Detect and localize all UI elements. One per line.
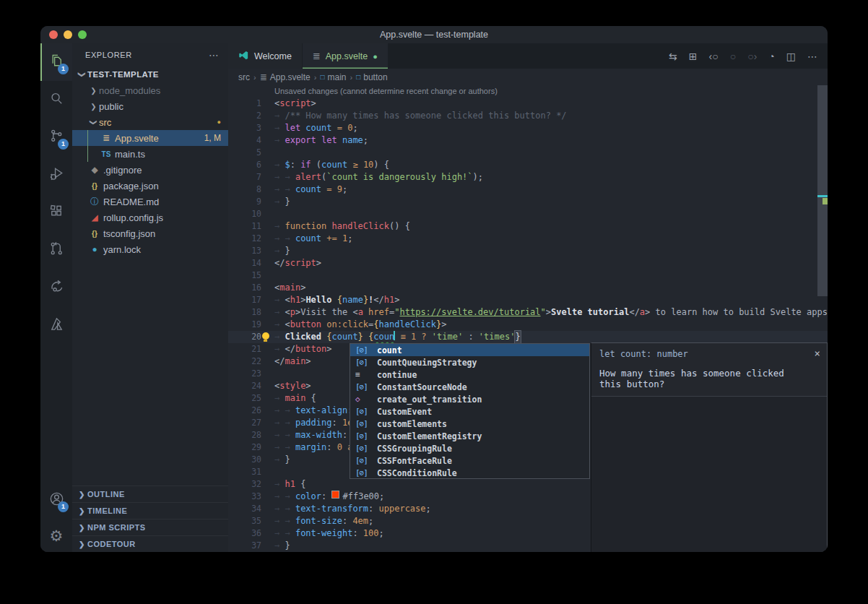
symbol-variable-icon: [⊘] <box>355 444 373 453</box>
sidebar-item-source-control[interactable]: 1 <box>40 118 72 156</box>
tab-app-svelte[interactable]: ≣ App.svelte ● <box>303 43 388 69</box>
line-number: 4 <box>228 134 274 147</box>
nav-current-icon[interactable]: ○ <box>730 51 736 62</box>
account-button[interactable]: 1 <box>40 481 72 519</box>
editor-scrollbar[interactable] <box>817 85 828 552</box>
suggest-item-countqueuingstrategy[interactable]: [⊘]CountQueuingStrategy <box>350 356 589 368</box>
tree-item--gitignore[interactable]: ◆.gitignore <box>72 162 228 178</box>
tab-welcome[interactable]: Welcome <box>228 43 303 69</box>
panel-outline[interactable]: ❯OUTLINE <box>72 486 228 502</box>
open-preview-icon[interactable]: ⊞ <box>689 51 698 62</box>
settings-button[interactable]: ⚙ <box>40 519 72 552</box>
line-number: 16 <box>228 282 274 294</box>
code-line: 5 <box>228 147 828 159</box>
explorer-title: EXPLORER <box>85 51 132 59</box>
suggest-item-label: CustomElementRegistry <box>377 431 482 441</box>
tree-item-node-modules[interactable]: ❯node_modules <box>72 82 228 98</box>
line-number: 36 <box>228 527 274 540</box>
breadcrumb-item-src[interactable]: src <box>238 72 250 82</box>
code-line: 18→ <p>Visit the <a href="https://svelte… <box>228 306 828 319</box>
sidebar-item-live-share[interactable] <box>40 269 72 306</box>
line-number: 7 <box>228 171 274 184</box>
sidebar-item-search[interactable] <box>40 81 72 118</box>
file-type-icon: ⓘ <box>88 196 101 208</box>
sidebar-item-github-pr[interactable] <box>40 231 72 269</box>
split-editor-icon[interactable]: ◫ <box>786 51 796 62</box>
panel-codetour[interactable]: ❯CODETOUR <box>72 535 228 552</box>
tree-item-yarn-lock[interactable]: ●yarn.lock <box>72 241 228 257</box>
tree-item-tsconfig-json[interactable]: {}tsconfig.json <box>72 225 228 241</box>
suggest-item-label: CSSGroupingRule <box>377 444 452 454</box>
svelte-file-icon: ≣ <box>260 72 267 82</box>
tree-item-main-ts[interactable]: TSmain.ts <box>72 146 228 162</box>
azure-icon <box>48 316 65 335</box>
suggest-item-customelementregistry[interactable]: [⊘]CustomElementRegistry <box>350 430 589 442</box>
nav-forward-icon[interactable]: ○› <box>747 51 757 62</box>
suggest-item-label: ConstantSourceNode <box>377 382 467 392</box>
symbol-icon: □ <box>320 73 324 81</box>
line-number: 1 <box>228 98 274 110</box>
breadcrumb-label: button <box>363 72 387 82</box>
suggest-item-cssgroupingrule[interactable]: [⊘]CSSGroupingRule <box>350 442 589 454</box>
breadcrumb-item-main[interactable]: □main <box>320 72 346 82</box>
breadcrumb-label: src <box>238 72 250 82</box>
line-number: 9 <box>228 196 274 208</box>
suggest-item-cssconditionrule[interactable]: [⊘]CSSConditionRule <box>350 467 589 479</box>
code-line: 6→ $: if (count ≥ 10) { <box>228 159 828 171</box>
tree-item-label: src <box>99 117 111 128</box>
tree-item-package-json[interactable]: {}package.json <box>72 178 228 194</box>
explorer-more-actions-icon[interactable]: ⋯ <box>209 49 220 61</box>
suggest-item-customevent[interactable]: [⊘]CustomEvent <box>350 405 589 418</box>
sidebar-item-explorer[interactable]: 1 <box>40 43 72 81</box>
line-number: 31 <box>228 466 274 478</box>
breadcrumb-separator-icon: › <box>253 73 256 82</box>
breadcrumb-item-button[interactable]: □button <box>356 72 387 82</box>
chevron-right-icon: ❯ <box>88 103 99 111</box>
file-type-icon: ◢ <box>88 212 101 223</box>
scrollbar-handle[interactable] <box>817 85 828 296</box>
tree-item-test-template[interactable]: ❯TEST-TEMPLATE <box>72 66 228 82</box>
lightbulb-icon[interactable] <box>261 332 270 342</box>
tree-item-src[interactable]: ❯src● <box>72 114 228 130</box>
code-line: 11→ function handleClick() { <box>228 220 828 233</box>
code-editor[interactable]: Unsaved changes (cannot determine recent… <box>228 85 828 552</box>
search-icon <box>48 90 65 110</box>
panel-label: TIMELINE <box>87 506 127 515</box>
suggest-item-cssfontfacerule[interactable]: [⊘]CSSFontFaceRule <box>350 454 589 467</box>
sidebar-item-run-debug[interactable] <box>40 156 72 194</box>
github-pr-icon <box>48 241 65 260</box>
code-line: 14</script> <box>228 257 828 269</box>
tree-item-readme-md[interactable]: ⓘREADME.md <box>72 194 228 210</box>
extensions-icon <box>48 203 65 223</box>
suggest-widget: [⊘]count[⊘]CountQueuingStrategy≡continue… <box>350 343 590 479</box>
live-share-icon <box>48 278 65 298</box>
suggest-item-continue[interactable]: ≡continue <box>350 368 589 381</box>
suggest-item-create_out_transition[interactable]: ◇create_out_transition <box>350 393 589 405</box>
breadcrumb-label: main <box>328 72 347 82</box>
modified-dot-icon[interactable]: ● <box>373 52 378 61</box>
panel-npm-scripts[interactable]: ❯NPM SCRIPTS <box>72 519 228 535</box>
nav-back-icon[interactable]: ‹○ <box>709 51 719 62</box>
suggest-item-label: count <box>377 345 402 355</box>
run-file-icon[interactable]: ◔ <box>768 51 774 62</box>
codelens-unsaved-changes[interactable]: Unsaved changes (cannot determine recent… <box>228 85 828 98</box>
chevron-down-icon: ❯ <box>78 69 86 80</box>
suggest-item-constantsourcenode[interactable]: [⊘]ConstantSourceNode <box>350 381 589 393</box>
tree-item-app-svelte[interactable]: ≣App.svelte1, M <box>72 130 228 146</box>
suggest-item-count[interactable]: [⊘]count <box>350 344 589 356</box>
tree-item-rollup-config-js[interactable]: ◢rollup.config.js <box>72 210 228 225</box>
tree-item-label: rollup.config.js <box>103 212 163 223</box>
sidebar-item-extensions[interactable] <box>40 194 72 231</box>
suggest-item-label: continue <box>377 370 417 380</box>
panel-timeline[interactable]: ❯TIMELINE <box>72 502 228 519</box>
tree-item-label: tsconfig.json <box>103 228 155 239</box>
suggest-docs-signature: let count: number <box>599 349 808 359</box>
symbol-variable-icon: [⊘] <box>355 456 373 465</box>
tree-item-public[interactable]: ❯public <box>72 98 228 114</box>
more-actions-icon[interactable]: ⋯ <box>807 51 817 62</box>
file-type-icon: TS <box>100 150 113 158</box>
source-control-compare-icon[interactable]: ⇆ <box>669 51 677 62</box>
sidebar-item-azure[interactable] <box>40 306 72 344</box>
breadcrumb-item-app-svelte[interactable]: ≣App.svelte <box>260 72 311 82</box>
suggest-item-customelements[interactable]: [⊘]customElements <box>350 418 589 430</box>
